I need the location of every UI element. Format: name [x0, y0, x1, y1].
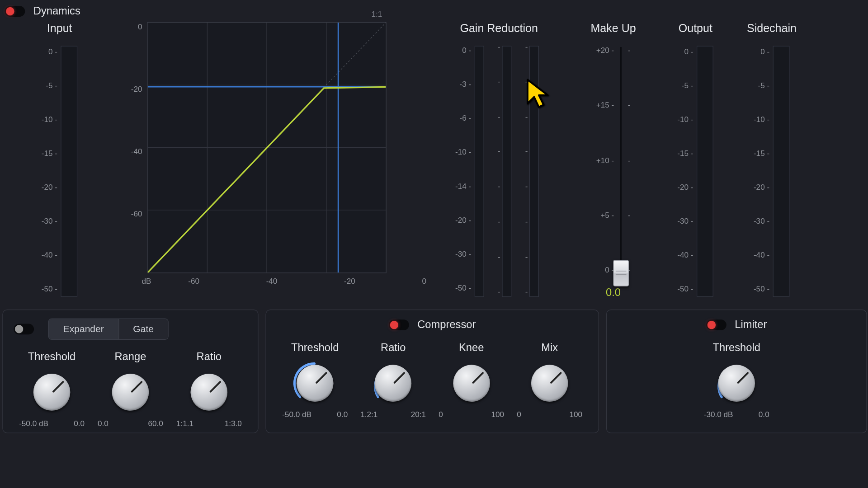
makeup-slider-handle[interactable] — [613, 260, 628, 286]
sidechain-meter — [773, 46, 790, 297]
chart-unit: dB — [131, 277, 151, 286]
sidechain-label: Sidechain — [747, 22, 797, 35]
chart-y-axis: 0-20-40-60 — [131, 22, 147, 272]
input-label: Input — [47, 22, 72, 35]
limiter-title: Limiter — [735, 319, 767, 331]
exp-threshold-knob[interactable] — [33, 374, 71, 411]
expander-module: Expander Gate Threshold -50.0 dB0.0 Rang… — [2, 310, 258, 433]
tab-gate[interactable]: Gate — [118, 319, 168, 339]
comp-ratio-knob[interactable] — [375, 365, 412, 402]
gr-meter-2: -------- — [502, 46, 512, 297]
comp-mix-knob[interactable] — [531, 365, 568, 402]
exp-ratio-label: Ratio — [197, 351, 222, 363]
exp-ratio-knob[interactable] — [190, 374, 227, 411]
output-label: Output — [679, 22, 712, 35]
makeup-scale-r — [628, 46, 631, 274]
limiter-enable-toggle[interactable] — [706, 319, 726, 330]
transfer-curve-svg — [147, 23, 386, 272]
lim-threshold-knob[interactable] — [718, 365, 755, 402]
comp-threshold-knob[interactable] — [297, 365, 334, 402]
panel-title: Dynamics — [33, 5, 80, 18]
chart-x-axis: -60-40-200 — [151, 277, 426, 286]
lim-threshold-label: Threshold — [712, 342, 760, 354]
limiter-module: Limiter Threshold -30.0 dB0.0 — [606, 310, 867, 433]
makeup-value: 0.0 — [606, 286, 621, 299]
compressor-title: Compressor — [417, 319, 476, 331]
exp-threshold-label: Threshold — [28, 351, 75, 363]
makeup-label: Make Up — [591, 22, 636, 35]
input-scale: 0-5-10-15-20-30-40-50 — [42, 46, 57, 293]
gr-meter-1 — [475, 46, 484, 297]
dynamics-enable-toggle[interactable] — [5, 6, 25, 17]
compressor-module: Compressor Threshold -50.0 dB0.0 Ratio 1… — [265, 310, 599, 433]
comp-ratio-label: Ratio — [381, 342, 406, 354]
makeup-scale-l: +20+15+10+50 — [596, 46, 614, 274]
tab-expander[interactable]: Expander — [49, 319, 118, 339]
exp-range-label: Range — [114, 351, 146, 363]
input-meter — [61, 46, 78, 297]
gr-scale: 0-3-6-10-14-20-30-50 — [455, 46, 471, 292]
exp-range-knob[interactable] — [112, 374, 149, 411]
output-scale: 0-5-10-15-20-30-40-50 — [677, 46, 693, 293]
gr-meter-3: -------- — [529, 46, 539, 297]
expander-enable-toggle[interactable] — [14, 324, 34, 334]
makeup-slider[interactable] — [620, 47, 622, 279]
one-to-one-label: 1:1 — [371, 9, 382, 19]
compressor-enable-toggle[interactable] — [389, 319, 409, 330]
comp-knee-knob[interactable] — [453, 365, 490, 402]
sidechain-scale: 0-5-10-15-20-30-40-50 — [754, 46, 769, 293]
comp-knee-label: Knee — [459, 342, 484, 354]
output-meter — [697, 46, 713, 297]
gain-reduction-label: Gain Reduction — [460, 22, 538, 35]
dynamics-transfer-plot[interactable]: 1:1 — [147, 22, 386, 273]
comp-mix-label: Mix — [541, 342, 558, 354]
comp-threshold-label: Threshold — [291, 342, 339, 354]
